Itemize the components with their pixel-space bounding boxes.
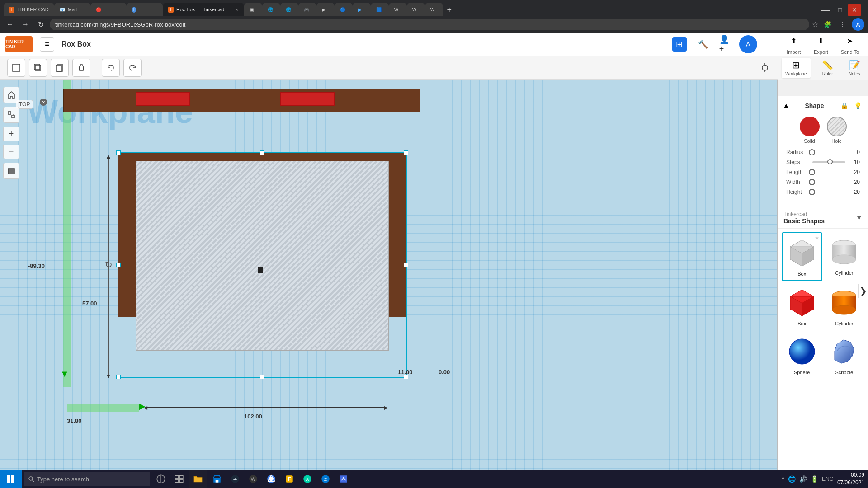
- shape-light-btn[interactable]: 💡: [853, 100, 863, 111]
- shape-item-box-red[interactable]: Box: [782, 283, 822, 330]
- forward-button[interactable]: →: [19, 18, 32, 31]
- shape-panel-collapse[interactable]: ▲: [783, 102, 790, 110]
- grid-menu-button[interactable]: ≡: [40, 37, 54, 52]
- taskbar-app-11[interactable]: [335, 470, 353, 488]
- export-button[interactable]: ⬇ Export: [810, 32, 832, 56]
- shape-item-cyl-white[interactable]: Cylinder: [824, 232, 865, 281]
- tab-1[interactable]: T TIN KER CAD: [4, 3, 54, 16]
- address-bar[interactable]: tinkercad.com/things/9FBOR1eSGpR-rox-box…: [50, 19, 809, 30]
- tab-roxbox[interactable]: T Rox Box — Tinkercad ✕: [163, 3, 244, 16]
- tab-8[interactable]: 🎮: [298, 3, 316, 16]
- hammer-btn[interactable]: 🔨: [692, 35, 714, 53]
- taskbar-search-btn[interactable]: [152, 470, 170, 488]
- sel-handle-bc[interactable]: [260, 375, 264, 379]
- import-button[interactable]: ⬆ Import: [783, 32, 805, 56]
- ruler-tab[interactable]: 📏 Ruler: [818, 58, 837, 78]
- sel-handle-tc[interactable]: [260, 150, 264, 155]
- settings-btn[interactable]: ⋮: [836, 18, 849, 31]
- system-clock[interactable]: 00:09 07/06/2021: [837, 471, 864, 487]
- copy-button[interactable]: [29, 59, 47, 77]
- zoom-out-button[interactable]: −: [3, 145, 19, 159]
- taskbar-chrome[interactable]: [262, 470, 280, 488]
- sel-handle-tl[interactable]: [116, 150, 121, 155]
- restore-btn[interactable]: □: [834, 4, 846, 16]
- steps-slider-thumb[interactable]: [827, 159, 833, 164]
- layers-btn[interactable]: [3, 163, 19, 179]
- radius-value: 0: [849, 149, 860, 155]
- next-shapes-arrow[interactable]: ❯: [858, 284, 868, 298]
- tab-10[interactable]: 🔵: [335, 3, 353, 16]
- delete-button[interactable]: [72, 59, 90, 77]
- workplane-tab[interactable]: ⊞ Workplane: [782, 58, 811, 78]
- show-hidden-icons[interactable]: ^: [782, 476, 784, 482]
- refresh-button[interactable]: ↻: [34, 18, 47, 31]
- bookmark-star[interactable]: ☆: [812, 20, 818, 29]
- home-view-btn[interactable]: [3, 87, 19, 103]
- profile-button[interactable]: A: [852, 18, 864, 31]
- shape-item-sphere[interactable]: Sphere: [782, 332, 822, 379]
- tab-3[interactable]: 🔴: [90, 3, 127, 16]
- shape-lock-btn[interactable]: 🔒: [839, 100, 850, 111]
- taskbar-search[interactable]: Type here to search: [24, 472, 150, 486]
- close-btn[interactable]: ✕: [848, 4, 861, 16]
- tab-4[interactable]: f: [127, 3, 163, 16]
- tab-7[interactable]: 🌐: [280, 3, 298, 16]
- taskbar-app-10[interactable]: Z: [316, 470, 335, 488]
- paste-button[interactable]: [51, 59, 69, 77]
- redo-button[interactable]: [123, 59, 142, 77]
- tab-11[interactable]: ▶: [353, 3, 371, 16]
- sidebar-header: Tinkercad Basic Shapes ▼: [778, 207, 868, 229]
- taskbar-app-6[interactable]: W: [244, 470, 262, 488]
- grid-view-btn[interactable]: ⊞: [669, 35, 690, 53]
- notes-tab[interactable]: 📝 Notes: [845, 58, 864, 78]
- send-to-button[interactable]: ➤ Send To: [837, 32, 863, 56]
- tab-6[interactable]: 🌐: [262, 3, 280, 16]
- sel-handle-bl[interactable]: [116, 375, 121, 379]
- new-object-button[interactable]: [7, 59, 25, 77]
- sidebar-dropdown-btn[interactable]: ▼: [855, 214, 863, 222]
- sel-handle-ml[interactable]: [116, 263, 121, 267]
- tooltip-close-button[interactable]: ✕: [40, 99, 47, 106]
- width-circle-handle[interactable]: [809, 179, 815, 185]
- profile-list-btn[interactable]: 👤+: [716, 35, 737, 53]
- task-view-btn[interactable]: [170, 470, 188, 488]
- camera-view-btn[interactable]: [756, 59, 774, 77]
- tab-9[interactable]: ▶: [316, 3, 335, 16]
- tab-15[interactable]: W: [425, 3, 443, 16]
- taskbar-steam[interactable]: [226, 470, 244, 488]
- svg-rect-6: [80, 65, 82, 66]
- solid-button[interactable]: Solid: [800, 117, 820, 144]
- steps-slider[interactable]: [812, 161, 845, 163]
- taskbar-store[interactable]: [208, 470, 226, 488]
- svg-rect-44: [11, 475, 14, 479]
- tab-13[interactable]: W: [389, 3, 407, 16]
- tab-12[interactable]: 🟦: [371, 3, 389, 16]
- canvas-area[interactable]: Workplane TOP ✕ ▼: [0, 80, 778, 470]
- taskbar-app-8[interactable]: F: [280, 470, 298, 488]
- back-button[interactable]: ←: [4, 18, 16, 31]
- length-circle-handle[interactable]: [809, 169, 815, 175]
- fit-view-btn[interactable]: [3, 107, 19, 123]
- zoom-in-button[interactable]: +: [3, 127, 19, 141]
- new-tab-button[interactable]: +: [443, 4, 456, 16]
- shape-star-box-white[interactable]: ★: [815, 235, 820, 241]
- sel-handle-tr[interactable]: [404, 150, 408, 155]
- tab-close-btn[interactable]: ✕: [235, 7, 239, 12]
- tab-2[interactable]: 📧 Mail: [54, 3, 90, 16]
- tab-14[interactable]: W: [407, 3, 425, 16]
- sel-handle-mr[interactable]: [404, 263, 408, 267]
- radius-circle-handle[interactable]: [809, 149, 815, 155]
- tab-5[interactable]: ▣: [244, 3, 262, 16]
- height-circle-handle[interactable]: [809, 189, 815, 195]
- shape-item-scribble[interactable]: Scribble: [824, 332, 865, 379]
- shape-item-box-white[interactable]: ★ Box: [782, 232, 822, 281]
- minimize-btn[interactable]: —: [819, 4, 832, 16]
- undo-button[interactable]: [102, 59, 120, 77]
- taskbar-file-explorer[interactable]: [189, 470, 207, 488]
- start-button[interactable]: [0, 470, 22, 488]
- hole-button[interactable]: Hole: [827, 117, 847, 144]
- taskbar-app-9[interactable]: A: [298, 470, 316, 488]
- extensions-btn[interactable]: 🧩: [821, 18, 834, 31]
- user-profile-button[interactable]: A: [739, 35, 757, 53]
- volume-icon[interactable]: 🔊: [799, 475, 807, 483]
